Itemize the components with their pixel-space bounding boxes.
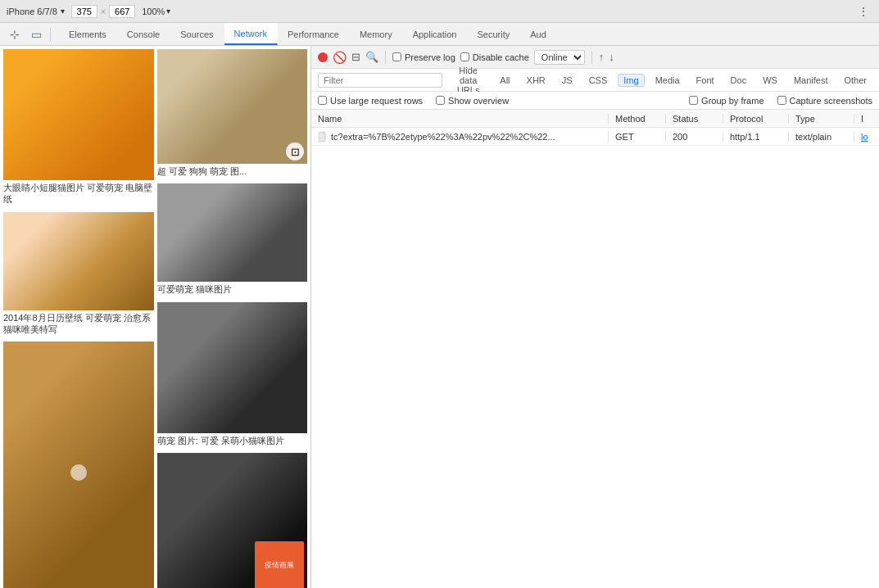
image-caption: 2014年8月日历壁纸 可爱萌宠 治愈系猫咪唯美特写 [3, 310, 154, 339]
preserve-log-input[interactable] [392, 52, 401, 61]
filter-bar: Hide data URLs All XHR JS CSS Img Media … [311, 69, 879, 92]
cell-protocol: http/1.1 [723, 132, 789, 142]
image-container [157, 302, 308, 433]
filter-img[interactable]: Img [618, 74, 644, 87]
filter-all[interactable]: All [494, 74, 515, 87]
column-header-protocol[interactable]: Protocol [723, 114, 789, 124]
image-caption: 大眼睛小短腿猫图片 可爱萌宠 电脑壁纸 [3, 180, 154, 209]
tab-security[interactable]: Security [467, 23, 520, 45]
tab-console[interactable]: Console [117, 23, 170, 45]
height-input[interactable] [109, 5, 135, 18]
width-input[interactable] [71, 5, 97, 18]
filter-input[interactable] [318, 73, 442, 88]
tab-performance[interactable]: Performance [278, 23, 350, 45]
device-toggle-icon[interactable]: ▭ [28, 27, 45, 42]
column-header-type[interactable]: Type [789, 114, 854, 124]
column-header-name[interactable]: Name [311, 114, 609, 124]
group-by-frame-option[interactable]: Group by frame [689, 96, 763, 106]
import-button[interactable]: ↑ [599, 51, 605, 63]
browser-top-bar: iPhone 6/7/8 ▾ × 100% ▾ ⋮ [0, 0, 879, 23]
list-item: 疫情画展 × 俄罗斯摄影师记... 宠 哈士奇 [157, 453, 308, 588]
image-container [3, 49, 154, 180]
list-item: ⊡ 超 可爱 狗狗 萌宠 图... [157, 49, 308, 180]
filter-font[interactable]: Font [691, 74, 720, 87]
disable-cache-input[interactable] [460, 52, 469, 61]
zoom-selector[interactable]: 100% ▾ [142, 7, 170, 16]
inspector-icons: ⊹ ▭ [7, 27, 45, 42]
main-content: 大眼睛小短腿猫图片 可爱萌宠 电脑壁纸 2014年8月日历壁纸 可爱萌宠 治愈系… [0, 46, 879, 588]
cell-name: tc?extra=%7B%22etype%22%3A%22pv%22%2C%22… [311, 131, 609, 142]
column-header-method[interactable]: Method [609, 114, 666, 124]
toolbar-separator-2 [591, 51, 592, 64]
column-header-initiator[interactable]: I [854, 114, 879, 124]
column-header-status[interactable]: Status [666, 114, 723, 124]
grid-image [3, 212, 154, 310]
options-left: Use large request rows Show overview [318, 96, 509, 106]
tab-sources[interactable]: Sources [170, 23, 224, 45]
select-element-icon[interactable]: ⊹ [7, 27, 23, 42]
image-caption: 萌宠 图片: 可爱 呆萌小猫咪图片 [157, 433, 308, 450]
website-panel: 大眼睛小短腿猫图片 可爱萌宠 电脑壁纸 2014年8月日历壁纸 可爱萌宠 治愈系… [0, 46, 311, 588]
large-rows-checkbox[interactable] [318, 96, 327, 105]
search-button[interactable]: 🔍 [365, 51, 378, 63]
cell-initiator: lo [854, 132, 879, 142]
table-row[interactable]: tc?extra=%7B%22etype%22%3A%22pv%22%2C%22… [311, 128, 879, 146]
list-item: 可爱萌宠 猫咪图片 [157, 183, 308, 298]
cell-status: 200 [666, 132, 723, 142]
throttle-select[interactable]: Online [534, 50, 585, 65]
file-icon [318, 131, 328, 142]
show-overview-option[interactable]: Show overview [436, 96, 509, 106]
image-container [3, 212, 154, 310]
website-content[interactable]: 大眼睛小短腿猫图片 可爱萌宠 电脑壁纸 2014年8月日历壁纸 可爱萌宠 治愈系… [0, 46, 310, 588]
grid-image: 疫情画展 × [157, 453, 308, 588]
chevron-down-icon: ▾ [61, 7, 65, 16]
filter-manifest[interactable]: Manifest [788, 74, 834, 87]
tab-audit[interactable]: Aud [520, 23, 557, 45]
capture-screenshots-option[interactable]: Capture screenshots [777, 96, 873, 106]
filter-js[interactable]: JS [556, 74, 578, 87]
capture-screenshots-checkbox[interactable] [777, 96, 786, 105]
list-item: 2014年8月日历壁纸 可爱萌宠 治愈系猫咪唯美特写 [3, 212, 154, 339]
filter-doc[interactable]: Doc [725, 74, 753, 87]
filter-icon[interactable]: ⊡ [286, 142, 304, 161]
row-name-text: tc?extra=%7B%22etype%22%3A%22pv%22%2C%22… [331, 132, 555, 142]
cell-method: GET [609, 132, 666, 142]
export-button[interactable]: ↓ [609, 51, 614, 63]
record-button[interactable] [318, 52, 328, 62]
filter-css[interactable]: CSS [583, 74, 614, 87]
image-container: ⊡ [157, 49, 308, 164]
large-rows-option[interactable]: Use large request rows [318, 96, 423, 106]
group-by-frame-checkbox[interactable] [689, 96, 698, 105]
filter-xhr[interactable]: XHR [521, 74, 551, 87]
list-item: 可爱 小 萌宠 狗狗壁纸 [3, 341, 154, 588]
options-row: Use large request rows Show overview Gro… [311, 92, 879, 110]
image-caption: 超 可爱 狗狗 萌宠 图... [157, 164, 308, 180]
tab-memory[interactable]: Memory [350, 23, 403, 45]
zoom-chevron-icon: ▾ [166, 7, 170, 16]
tab-network[interactable]: Network [224, 23, 278, 45]
options-right: Group by frame Capture screenshots [689, 96, 872, 106]
disable-cache-checkbox[interactable]: Disable cache [460, 52, 529, 62]
preserve-log-checkbox[interactable]: Preserve log [392, 52, 455, 62]
tab-elements[interactable]: Elements [59, 23, 117, 45]
device-name: iPhone 6/7/8 [7, 7, 57, 16]
tab-application[interactable]: Application [403, 23, 468, 45]
device-selector[interactable]: iPhone 6/7/8 ▾ [7, 7, 65, 16]
filter-ws[interactable]: WS [757, 74, 783, 87]
more-options-button[interactable]: ⋮ [854, 5, 872, 18]
image-container: 疫情画展 × [157, 453, 308, 588]
list-item: 大眼睛小短腿猫图片 可爱萌宠 电脑壁纸 [3, 49, 154, 209]
show-overview-checkbox[interactable] [436, 96, 445, 105]
clear-button[interactable]: 🚫 [333, 52, 347, 63]
image-container [157, 183, 308, 282]
filter-other[interactable]: Other [838, 74, 872, 87]
toolbar-separator-1 [385, 51, 386, 64]
grid-image [157, 183, 308, 282]
filter-toggle-button[interactable]: ⊟ [351, 51, 360, 63]
filter-media[interactable]: Media [650, 74, 686, 87]
devtools-tab-items: Elements Console Sources Network Perform… [59, 23, 879, 45]
dimension-separator: × [101, 7, 106, 16]
devtools-panel: 🚫 ⊟ 🔍 Preserve log Disable cache Online … [311, 46, 879, 588]
image-container [3, 341, 154, 588]
image-grid: 大眼睛小短腿猫图片 可爱萌宠 电脑壁纸 2014年8月日历壁纸 可爱萌宠 治愈系… [3, 49, 307, 588]
